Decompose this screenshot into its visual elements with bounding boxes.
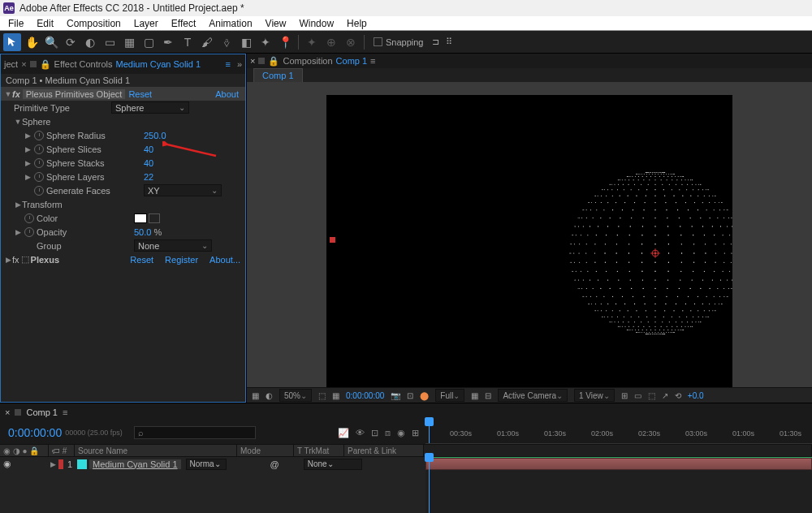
camera-dropdown[interactable]: Active Camera: [498, 389, 568, 402]
current-time-indicator-line[interactable]: [429, 457, 430, 513]
generate-faces-dropdown[interactable]: XY: [144, 184, 222, 196]
channel-icon[interactable]: ⬤: [420, 391, 429, 400]
resolution-dropdown[interactable]: Full: [435, 389, 464, 402]
stopwatch-icon[interactable]: [24, 227, 34, 237]
layer-row[interactable]: ◉ ▶ 1 Medium Cyan Solid 1 Norma ⌄ @ None…: [0, 457, 425, 471]
mask-icon[interactable]: ◐: [266, 391, 273, 400]
fast-preview-icon[interactable]: ▦: [471, 391, 478, 400]
pen-tool-icon[interactable]: ✒: [159, 33, 177, 51]
twirl-icon[interactable]: ▶: [24, 173, 32, 181]
orbit-tool-icon[interactable]: ⟳: [62, 33, 80, 51]
plexus-reset-link[interactable]: Reset: [130, 255, 153, 265]
reset-link[interactable]: Reset: [128, 89, 152, 99]
camera-tool-icon[interactable]: ▭: [101, 33, 119, 51]
menu-window[interactable]: Window: [292, 18, 340, 29]
menu-help[interactable]: Help: [340, 18, 374, 29]
close-tab-icon[interactable]: ×: [5, 407, 10, 417]
twirl-icon[interactable]: ▶: [24, 159, 32, 167]
mode-header[interactable]: Mode: [237, 445, 294, 456]
clone-tool-icon[interactable]: ⎀: [218, 33, 235, 51]
comp-name-link[interactable]: Comp 1: [336, 56, 368, 66]
rotate-tool-icon[interactable]: ◐: [81, 33, 99, 51]
parent-header[interactable]: Parent & Link: [344, 445, 424, 456]
ec-layer-name[interactable]: Medium Cyan Solid 1: [116, 59, 201, 69]
panel-menu-icon[interactable]: ≡: [225, 59, 230, 69]
shy-icon[interactable]: 👁: [356, 428, 365, 438]
sphere-layers-value[interactable]: 22: [144, 172, 153, 182]
brush-tool-icon[interactable]: 🖌: [198, 33, 216, 51]
primitive-type-dropdown[interactable]: Sphere: [111, 101, 189, 114]
layer-name[interactable]: Medium Cyan Solid 1: [89, 459, 181, 469]
brainstorm-icon[interactable]: ⊞: [412, 428, 419, 438]
time-ruler[interactable]: 00:30s01:00s01:30s02:00s02:30s03:00s01:0…: [425, 421, 812, 444]
sphere-radius-value[interactable]: 250.0: [144, 131, 166, 140]
frameblend-icon[interactable]: ⧈: [385, 428, 391, 438]
opacity-value[interactable]: 50.0: [134, 227, 162, 237]
views-dropdown[interactable]: 1 View: [574, 389, 615, 402]
zoom-tool-icon[interactable]: 🔍: [42, 33, 60, 51]
menu-layer[interactable]: Layer: [127, 18, 165, 29]
visibility-icon[interactable]: ◉: [0, 459, 15, 469]
snapping-checkbox[interactable]: [374, 37, 382, 46]
fx-header-plexus-primitives[interactable]: ▼ fx Plexus Primitives Object Reset Abou…: [1, 87, 245, 101]
type-tool-icon[interactable]: T: [179, 33, 197, 51]
av-icons[interactable]: ◉ ◑ ● 🔒: [3, 446, 39, 455]
twirl-icon[interactable]: ▶: [14, 228, 22, 236]
panel-menu-icon[interactable]: ≡: [370, 56, 375, 66]
local-axis-icon[interactable]: ✦: [303, 33, 321, 51]
menu-edit[interactable]: Edit: [30, 18, 60, 29]
menu-file[interactable]: File: [2, 18, 30, 29]
view-axis-icon[interactable]: ⊗: [342, 33, 360, 51]
parent-dropdown[interactable]: None ⌄: [304, 459, 362, 470]
composition-tab-label[interactable]: Composition: [283, 56, 332, 66]
close-tab-icon[interactable]: ×: [250, 56, 255, 66]
eraser-tool-icon[interactable]: ◧: [237, 33, 255, 51]
stopwatch-icon[interactable]: [34, 186, 44, 196]
current-time-display[interactable]: 0:00:00:00: [0, 426, 62, 439]
blend-mode-dropdown[interactable]: Norma ⌄: [186, 459, 227, 470]
stopwatch-icon[interactable]: [24, 213, 34, 223]
twirl-icon[interactable]: ▶: [14, 200, 22, 209]
view-option-icon[interactable]: ⊞: [621, 391, 628, 400]
sphere-stacks-value[interactable]: 40: [144, 158, 153, 168]
twirl-icon[interactable]: ▶: [4, 256, 12, 264]
eyedropper-icon[interactable]: [149, 213, 160, 223]
project-tab[interactable]: ject: [4, 59, 18, 69]
menu-composition[interactable]: Composition: [60, 18, 127, 29]
menu-view[interactable]: View: [259, 18, 293, 29]
trkmat-header[interactable]: T TrkMat: [294, 445, 344, 456]
panel-menu-icon[interactable]: ≡: [63, 407, 67, 417]
rect-tool-icon[interactable]: ▢: [140, 33, 158, 51]
source-name-header[interactable]: Source Name: [75, 445, 237, 456]
stopwatch-icon[interactable]: [34, 131, 44, 140]
fx-name[interactable]: Plexus Primitives Object: [23, 89, 126, 99]
grid-icon[interactable]: ▦: [252, 391, 259, 400]
hand-tool-icon[interactable]: ✋: [23, 33, 41, 51]
twirl-icon[interactable]: ▼: [14, 118, 22, 126]
lock-icon[interactable]: 🔒: [268, 56, 279, 67]
stopwatch-icon[interactable]: [34, 144, 44, 154]
twirl-icon[interactable]: ▶: [24, 131, 32, 140]
stopwatch-icon[interactable]: [34, 172, 44, 182]
plexus-about-link[interactable]: About...: [209, 255, 240, 265]
snapshot-icon[interactable]: 📷: [391, 391, 400, 400]
stopwatch-icon[interactable]: [34, 158, 44, 168]
selection-tool-icon[interactable]: [3, 33, 21, 51]
motionblur-icon[interactable]: ◉: [397, 428, 405, 438]
group-dropdown[interactable]: None: [134, 239, 212, 252]
menu-effect[interactable]: Effect: [165, 18, 202, 29]
menu-animation[interactable]: Animation: [202, 18, 258, 29]
reset-exposure-icon[interactable]: ⟲: [675, 391, 681, 400]
exposure-value[interactable]: +0.0: [688, 391, 704, 400]
panbehind-tool-icon[interactable]: ▦: [120, 33, 138, 51]
roi-icon[interactable]: ⬚: [318, 391, 326, 400]
draft3d-icon[interactable]: ⊡: [371, 428, 378, 438]
layer-duration-bar[interactable]: [425, 458, 812, 470]
world-axis-icon[interactable]: ⊕: [322, 33, 340, 51]
roto-tool-icon[interactable]: ✦: [257, 33, 274, 51]
panel-overflow-icon[interactable]: »: [237, 59, 242, 69]
snapping-toggle[interactable]: Snapping ⊐ ⠿: [374, 37, 452, 47]
timeline-track-area[interactable]: [425, 457, 812, 513]
current-time[interactable]: 0:00:00:00: [346, 391, 384, 400]
timeline-tab[interactable]: Comp 1: [26, 407, 58, 417]
